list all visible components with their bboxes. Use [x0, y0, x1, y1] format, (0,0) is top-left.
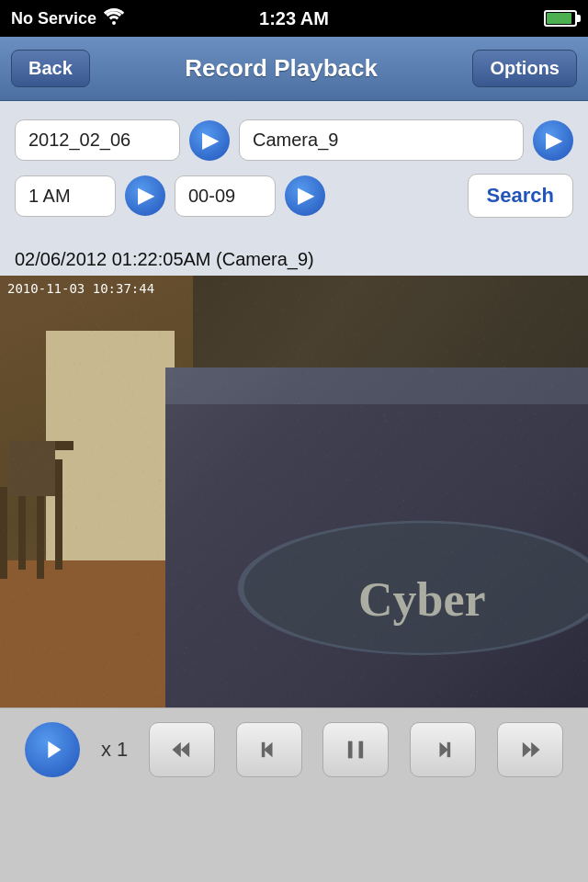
- wifi-icon: [104, 8, 124, 28]
- play-button[interactable]: [25, 722, 80, 777]
- rewind-fast-button[interactable]: [149, 722, 215, 777]
- video-player: 2010-11-03 10:37:44: [0, 276, 588, 707]
- svg-rect-8: [447, 741, 451, 756]
- svg-marker-7: [439, 741, 447, 756]
- nav-bar: Back Record Playback Options: [0, 37, 588, 101]
- filter-row-2: ▶ ▶ Search: [15, 174, 573, 218]
- video-canvas: [0, 276, 588, 707]
- video-timestamp: 2010-11-03 10:37:44: [7, 281, 154, 296]
- rewind-icon: [256, 737, 282, 763]
- carrier-text: No Service: [11, 9, 96, 28]
- chevron-right-icon-3: ▶: [138, 184, 153, 208]
- svg-marker-3: [264, 741, 272, 756]
- rewind-button[interactable]: [236, 722, 302, 777]
- date-input[interactable]: [15, 119, 180, 161]
- filter-panel: ▶ ▶ ▶ ▶ Search: [0, 101, 588, 240]
- chevron-right-icon-4: ▶: [298, 184, 313, 208]
- camera-next-button[interactable]: ▶: [533, 120, 573, 161]
- page-title: Record Playback: [185, 54, 378, 83]
- status-left: No Service: [11, 8, 124, 28]
- svg-rect-5: [348, 741, 353, 758]
- pause-button[interactable]: [322, 722, 389, 777]
- chevron-right-icon-2: ▶: [546, 129, 561, 153]
- date-next-button[interactable]: ▶: [189, 120, 230, 161]
- svg-marker-9: [522, 741, 530, 756]
- time-input[interactable]: [15, 175, 116, 217]
- svg-marker-10: [531, 741, 539, 756]
- status-right: [544, 10, 577, 27]
- status-time: 1:23 AM: [259, 8, 329, 29]
- time-next-button[interactable]: ▶: [125, 175, 165, 216]
- svg-marker-0: [49, 741, 62, 758]
- speed-label: x 1: [101, 738, 128, 762]
- fast-forward-icon: [517, 737, 543, 763]
- camera-input[interactable]: [239, 119, 524, 161]
- chevron-right-icon: ▶: [202, 129, 218, 153]
- back-button[interactable]: Back: [11, 50, 90, 87]
- svg-marker-1: [181, 741, 189, 756]
- forward-button[interactable]: [410, 722, 476, 777]
- play-icon: [40, 737, 65, 763]
- options-button[interactable]: Options: [472, 50, 577, 87]
- result-label: 02/06/2012 01:22:05AM (Camera_9): [0, 240, 588, 276]
- range-input[interactable]: [175, 175, 276, 217]
- svg-rect-4: [261, 741, 265, 756]
- svg-rect-6: [359, 741, 364, 758]
- pause-icon: [343, 737, 368, 763]
- fast-rewind-icon: [169, 737, 195, 763]
- fast-forward-button[interactable]: [497, 722, 563, 777]
- status-bar: No Service 1:23 AM: [0, 0, 588, 37]
- forward-icon: [430, 737, 456, 763]
- battery-icon: [544, 10, 577, 27]
- filter-row-1: ▶ ▶: [15, 119, 573, 161]
- playback-controls: x 1: [0, 707, 588, 790]
- search-button[interactable]: Search: [468, 174, 573, 218]
- svg-marker-2: [173, 741, 181, 756]
- range-next-button[interactable]: ▶: [285, 175, 325, 216]
